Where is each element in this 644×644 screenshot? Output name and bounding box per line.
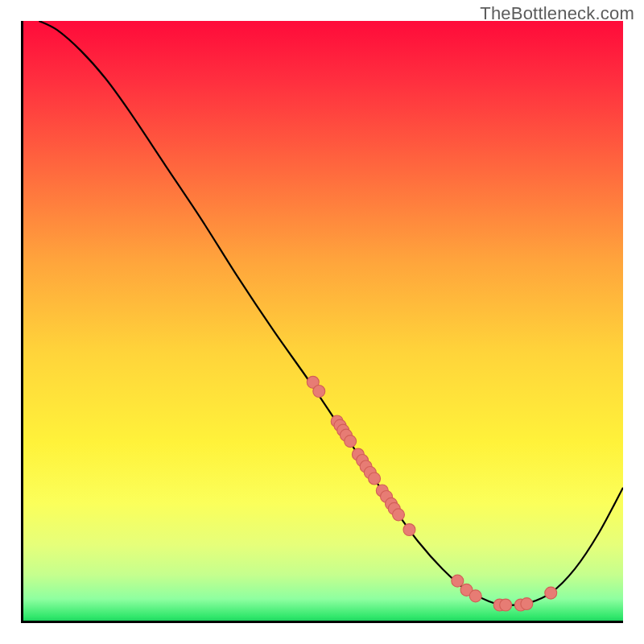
watermark-text: TheBottleneck.com bbox=[480, 3, 634, 24]
data-points-group bbox=[307, 376, 556, 611]
chart-frame: TheBottleneck.com bbox=[0, 0, 644, 644]
data-point bbox=[313, 386, 325, 398]
data-point bbox=[521, 598, 533, 610]
plot-area bbox=[21, 21, 623, 623]
data-point bbox=[393, 509, 405, 521]
data-point bbox=[545, 587, 557, 599]
data-point bbox=[500, 599, 512, 611]
data-point bbox=[345, 436, 357, 448]
data-point bbox=[403, 524, 415, 536]
data-point bbox=[469, 590, 481, 602]
bottleneck-curve bbox=[39, 21, 623, 605]
data-point bbox=[369, 473, 381, 485]
chart-svg bbox=[21, 21, 623, 623]
data-point bbox=[452, 575, 464, 587]
